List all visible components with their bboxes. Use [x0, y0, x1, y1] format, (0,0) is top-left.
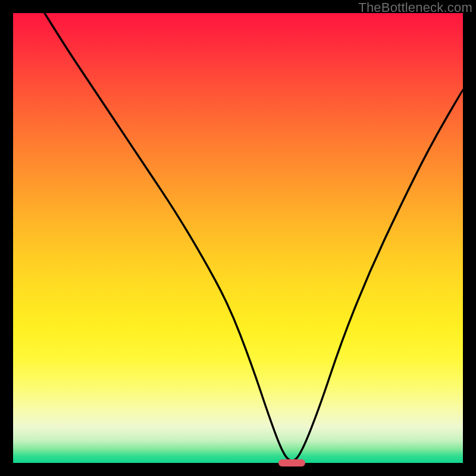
plot-area [13, 13, 463, 463]
chart-container: TheBottleneck.com [0, 0, 476, 476]
optimal-marker [278, 459, 305, 467]
attribution-text: TheBottleneck.com [358, 0, 472, 15]
bottleneck-curve [13, 13, 463, 463]
